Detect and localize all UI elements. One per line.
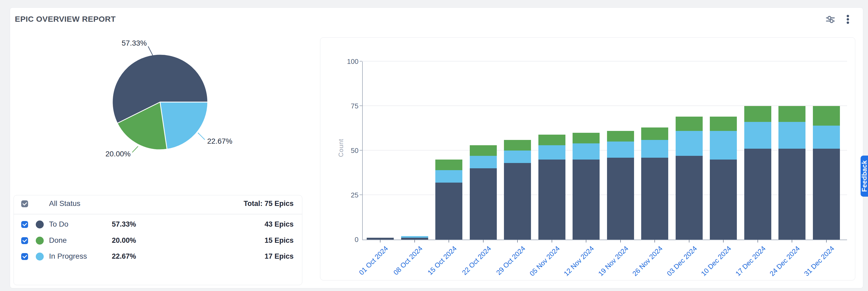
- bar-segment-to-do[interactable]: [504, 163, 531, 240]
- x-tick: [380, 240, 380, 242]
- y-tick-label-0: 0: [343, 236, 359, 243]
- bar-segment-done[interactable]: [813, 106, 840, 126]
- bar-segment-in-progress[interactable]: [504, 150, 531, 163]
- stacked-bar-plot: Count 025507510001 Oct 202408 Oct 202415…: [363, 61, 847, 240]
- bar-segment-to-do[interactable]: [401, 238, 428, 240]
- x-tick: [723, 240, 723, 242]
- bar-segment-to-do[interactable]: [813, 149, 840, 240]
- bar-segment-to-do[interactable]: [676, 156, 703, 240]
- bar-segment-done[interactable]: [744, 106, 771, 122]
- filter-settings-button[interactable]: [825, 13, 836, 25]
- all-status-label: All Status: [49, 199, 80, 208]
- status-legend-panel: All Status Total: 75 Epics To Do 57.33% …: [13, 195, 302, 285]
- bar-08-oct-2024[interactable]: [401, 236, 428, 240]
- feedback-button-label: Feedback: [861, 155, 868, 197]
- legend-row-in-progress[interactable]: In Progress 22.67% 17 Epics: [14, 250, 302, 263]
- bar-segment-done[interactable]: [607, 131, 634, 142]
- done-color-dot: [36, 237, 44, 244]
- bar-segment-in-progress[interactable]: [607, 142, 634, 157]
- bar-segment-done[interactable]: [641, 127, 668, 140]
- bar-segment-done[interactable]: [778, 106, 805, 122]
- bar-31-dec-2024[interactable]: [813, 106, 840, 240]
- legend-row-all-status[interactable]: All Status Total: 75 Epics: [14, 197, 302, 211]
- x-tick: [689, 240, 689, 242]
- bar-segment-in-progress[interactable]: [470, 156, 497, 168]
- bar-segment-in-progress[interactable]: [778, 122, 805, 149]
- bar-segment-to-do[interactable]: [641, 158, 668, 240]
- bar-segment-in-progress[interactable]: [676, 131, 703, 156]
- bar-12-nov-2024[interactable]: [572, 133, 599, 240]
- y-tick-label-100: 100: [343, 58, 359, 65]
- bar-segment-done[interactable]: [504, 140, 531, 150]
- y-tick-label-75: 75: [343, 102, 359, 110]
- bar-segment-in-progress[interactable]: [435, 170, 462, 183]
- bar-segment-in-progress[interactable]: [744, 122, 771, 149]
- bar-segment-done[interactable]: [676, 117, 703, 131]
- bar-03-dec-2024[interactable]: [676, 117, 703, 240]
- sliders-icon: [825, 13, 836, 25]
- bar-segment-in-progress[interactable]: [538, 145, 565, 159]
- bar-29-oct-2024[interactable]: [504, 140, 531, 240]
- kebab-menu-icon: [842, 13, 854, 25]
- x-tick: [448, 240, 449, 242]
- gridline-75: [363, 106, 847, 106]
- bar-segment-done[interactable]: [435, 159, 462, 170]
- bar-segment-done[interactable]: [470, 145, 497, 156]
- bar-segment-to-do[interactable]: [470, 168, 497, 240]
- bar-19-nov-2024[interactable]: [607, 131, 634, 240]
- bar-26-nov-2024[interactable]: [641, 127, 668, 240]
- pie-label-leader-line: [132, 146, 138, 152]
- bar-segment-in-progress[interactable]: [572, 143, 599, 159]
- bar-01-oct-2024[interactable]: [367, 238, 394, 240]
- bar-segment-to-do[interactable]: [367, 238, 394, 240]
- bar-segment-to-do[interactable]: [435, 183, 462, 240]
- done-checkbox[interactable]: [21, 237, 28, 244]
- bar-segment-to-do[interactable]: [744, 149, 771, 240]
- in-progress-count: 17 Epics: [265, 252, 293, 261]
- legend-row-done[interactable]: Done 20.00% 15 Epics: [14, 234, 302, 248]
- gridline-100: [363, 61, 847, 61]
- in-progress-label: In Progress: [49, 252, 87, 261]
- bar-segment-to-do[interactable]: [778, 149, 805, 240]
- all-status-checkbox[interactable]: [21, 200, 28, 207]
- todo-checkbox[interactable]: [21, 221, 28, 228]
- done-label: Done: [49, 236, 67, 244]
- bar-17-dec-2024[interactable]: [744, 106, 771, 240]
- gridline-50: [363, 150, 847, 150]
- legend-row-todo[interactable]: To Do 57.33% 43 Epics: [14, 217, 302, 231]
- in-progress-percent: 22.67%: [112, 252, 136, 261]
- bar-segment-in-progress[interactable]: [813, 126, 840, 149]
- bar-segment-to-do[interactable]: [538, 159, 565, 240]
- bar-segment-in-progress[interactable]: [641, 140, 668, 158]
- bar-segment-done[interactable]: [538, 135, 565, 145]
- bar-segment-in-progress[interactable]: [710, 131, 737, 159]
- bar-15-oct-2024[interactable]: [435, 159, 462, 240]
- status-pie-chart[interactable]: [102, 38, 218, 166]
- bar-segment-to-do[interactable]: [607, 158, 634, 240]
- in-progress-checkbox[interactable]: [21, 253, 28, 260]
- pie-label-leader-line: [148, 47, 153, 56]
- bar-segment-in-progress[interactable]: [401, 236, 428, 238]
- pie-slice-in-progress[interactable]: [160, 102, 208, 149]
- y-tick-label-50: 50: [343, 147, 359, 154]
- y-tick-100: [360, 61, 362, 61]
- in-progress-color-dot: [36, 253, 44, 261]
- pie-label-in-progress: 22.67%: [207, 137, 266, 146]
- x-tick: [757, 240, 758, 242]
- bar-segment-to-do[interactable]: [710, 159, 737, 240]
- bar-22-oct-2024[interactable]: [470, 145, 497, 240]
- bar-segment-done[interactable]: [710, 117, 737, 131]
- pie-label-leader-line: [198, 133, 205, 140]
- pie-label-done: 20.00%: [72, 150, 131, 158]
- pie-label-todo: 57.33%: [89, 39, 147, 48]
- bar-10-dec-2024[interactable]: [710, 117, 737, 240]
- more-options-button[interactable]: [842, 13, 854, 25]
- bar-05-nov-2024[interactable]: [538, 135, 565, 240]
- y-tick-50: [360, 150, 362, 150]
- x-tick: [826, 240, 827, 242]
- bar-segment-done[interactable]: [572, 133, 599, 143]
- feedback-button[interactable]: Feedback: [861, 155, 868, 197]
- todo-percent: 57.33%: [112, 220, 136, 229]
- bar-24-dec-2024[interactable]: [778, 106, 805, 240]
- bar-segment-to-do[interactable]: [572, 159, 599, 240]
